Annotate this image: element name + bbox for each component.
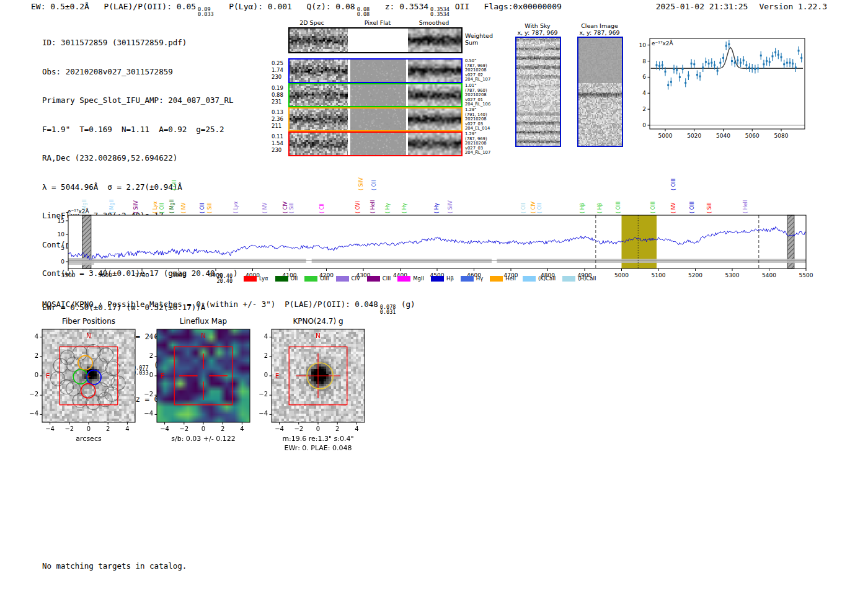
emission-line-label: ( MgII [169,200,175,213]
panel-title-kpno: KPNO(24.7) g [256,317,380,326]
cutout-column-header: Smoothed [406,19,462,26]
svg-text:3900: 3900 [209,272,223,278]
svg-text:E: E [161,372,165,380]
x-tick-label: −2 [175,425,193,432]
cutout-right-label: Sum [465,39,493,46]
emission-line-label: ( Hγ [402,203,407,213]
value-uncertainty: 0.0780.031 [380,304,396,314]
catalog-note: No matching targets in catalog. Row inte… [42,542,187,591]
legend-swatch [461,276,474,282]
svg-text:10: 10 [639,42,647,48]
cutout-right-labels-fiber-3: 1.29"(791, 140)20210208v027_03204_LL_014 [465,108,490,131]
svg-text:+: + [86,373,91,380]
legend-item-CIII: CIII [367,275,391,282]
svg-text:5080: 5080 [774,133,789,139]
legend-label: Hβ [446,275,454,282]
cutout-right-labels-fiber-1: 0.50"(787, 969)20210208v027_02204_RL_107 [465,59,490,82]
info-line-radec: RA,Dec (232.002869,52.694622) [42,153,238,163]
info-line-id: ID: 3011572859 (3011572859.pdf) [42,38,238,48]
emission-line-label: ( CII [319,203,325,213]
svg-text:5020: 5020 [687,133,701,139]
full-spectrum-plot: 3500360037003800390040004100420043004400… [59,163,856,287]
emission-line-label: ( OII [172,180,177,190]
emission-line-label: ( OIII [616,202,621,213]
x-tick-label: 4 [348,425,365,432]
svg-text:6: 6 [642,74,646,80]
svg-text:3700: 3700 [135,272,149,278]
header-summary-line: EW: 0.5±0.2Å P(LAE)/P(OII): 0.050.090.03… [31,2,562,17]
emission-line-label: ( CIV [531,201,536,213]
legend-label: Lyα [259,275,268,282]
clean-image-title-text: Clean Image [575,22,624,29]
svg-text:E: E [275,372,280,380]
line-fit-plot: 024681050005020504050605080e⁻¹⁷x2Å [639,33,837,143]
emission-line-label: ( SiII [207,202,213,213]
panel-overlay-kpno: NE [272,329,365,422]
emission-line-label: ( SiII [289,202,294,213]
x-tick-label: 0 [195,425,212,432]
cutout-left-value: 0.25 [272,60,286,67]
legend-swatch [304,276,317,282]
cutout-right-label: Weighted [465,32,493,39]
legend-label: (K)CaII [538,275,556,282]
x-tick-label: 2 [329,425,346,432]
cutout-left-values-fiber-4: 0.111.54230 [272,133,286,154]
cutout-column-header: Pixel Flat [350,19,405,26]
clean-image-coords: x, y: 787, 969 [575,29,624,36]
cutout-right-label: 204_LL_014 [465,127,490,131]
x-tick-label: −4 [156,425,174,432]
emission-line-label: ( SiIV [133,200,139,213]
x-tick-label: −4 [271,425,288,432]
svg-text:10: 10 [58,231,65,238]
svg-text:N: N [86,332,91,339]
legend-label: HeII [505,275,516,282]
report-timestamp: 2025-01-02 21:31:25 [656,2,748,11]
panel-caption: s/b: 0.03 +/- 0.122 [138,435,268,443]
x-tick-label: −2 [61,425,78,432]
svg-text:5060: 5060 [745,133,760,139]
cutout-left-value: 211 [272,123,286,130]
cutout-smoothed-fiber-1 [408,60,461,82]
cutout-right-label: 204_RL_107 [465,151,490,156]
legend-item-Hγ: Hγ [461,275,483,282]
svg-text:8: 8 [642,58,646,64]
svg-text:0: 0 [61,259,64,265]
legend-item-CIV: CIV [336,275,360,282]
cutout-row-fiber-2 [288,83,463,107]
info-line-fthna: F=1.9" T=0.169 N=1.11 A=0.92 g=25.2 [42,125,238,135]
with-sky-image [515,37,561,147]
report-version: Version 1.22.3 [759,2,827,11]
svg-text:15: 15 [58,218,64,224]
emission-line-label: ( OIII [671,179,676,190]
emission-line-label: ( OIII [650,202,656,213]
cutout-left-value: 1.74 [272,67,286,74]
legend-swatch [397,276,410,282]
cutout-smoothed-weighted [408,29,461,52]
value-uncertainty: 0.090.033 [198,7,214,17]
with-sky-coords: x, y: 787, 969 [513,29,562,36]
x-tick-label: 4 [233,425,250,432]
cutout-row-fiber-4 [288,131,463,156]
cutout-row-fiber-3 [288,107,463,131]
cutout-pixel-flat-fiber-2 [350,84,406,106]
legend-swatch [336,276,349,282]
emission-line-label: ( SiIV [448,200,453,213]
legend-swatch [275,276,288,282]
legend-swatch [523,276,536,282]
cutout-smoothed-fiber-2 [408,84,461,106]
cutout-2d-spec-fiber-4 [290,133,348,155]
cutout-pixel-flat-weighted [350,29,406,52]
panel-caption-2: EWr: 0. PLAE: 0.048 [253,444,383,452]
legend-item-Hβ: Hβ [431,275,454,282]
cutout-right-label: 204_RL_107 [465,78,490,82]
info-line-obs: Obs: 20210208v027_3011572859 [42,67,238,77]
elixer-report-page: EW: 0.5±0.2Å P(LAE)/P(OII): 0.050.090.03… [0,0,868,591]
y-tick-label: 4 [140,333,153,340]
emission-line-label: ( OII [521,203,526,213]
legend-item-(K)CaII: (K)CaII [523,275,556,282]
emission-line-label: ( Hβ [597,203,603,213]
cutout-left-values-fiber-3: 0.132.36211 [272,109,286,130]
cutout-smoothed-fiber-3 [408,109,461,130]
svg-text:5500: 5500 [799,272,813,278]
emission-line-label: ( OII [371,180,377,190]
